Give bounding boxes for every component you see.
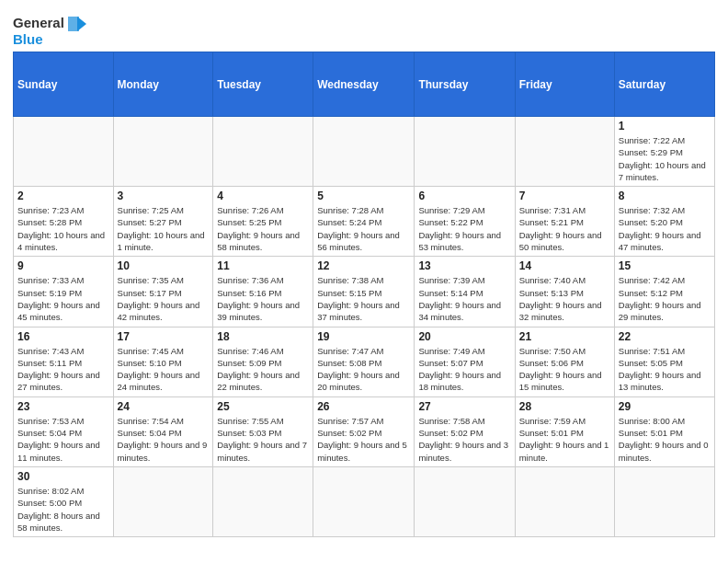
day-number: 3 xyxy=(118,190,210,202)
calendar-cell: 14Sunrise: 7:40 AMSunset: 5:13 PMDayligh… xyxy=(515,257,614,327)
page-header: GeneralBlue xyxy=(13,9,715,48)
day-info: Sunrise: 7:36 AMSunset: 5:16 PMDaylight:… xyxy=(217,274,309,323)
day-info: Sunrise: 7:33 AMSunset: 5:19 PMDaylight:… xyxy=(17,274,109,323)
weekday-header-saturday: Saturday xyxy=(614,52,714,117)
calendar-cell: 23Sunrise: 7:53 AMSunset: 5:04 PMDayligh… xyxy=(14,396,114,466)
calendar-cell xyxy=(213,117,313,187)
day-info: Sunrise: 7:26 AMSunset: 5:25 PMDaylight:… xyxy=(217,204,309,253)
day-info: Sunrise: 7:42 AMSunset: 5:12 PMDaylight:… xyxy=(619,274,711,323)
calendar-cell: 8Sunrise: 7:32 AMSunset: 5:20 PMDaylight… xyxy=(614,187,714,257)
calendar-cell: 29Sunrise: 8:00 AMSunset: 5:01 PMDayligh… xyxy=(614,396,714,466)
day-number: 23 xyxy=(17,400,109,413)
calendar-cell: 28Sunrise: 7:59 AMSunset: 5:01 PMDayligh… xyxy=(515,396,614,466)
day-number: 12 xyxy=(317,259,410,272)
day-info: Sunrise: 7:50 AMSunset: 5:06 PMDaylight:… xyxy=(519,345,610,394)
day-info: Sunrise: 7:40 AMSunset: 5:13 PMDaylight:… xyxy=(519,274,610,323)
day-info: Sunrise: 7:53 AMSunset: 5:04 PMDaylight:… xyxy=(17,415,109,464)
day-info: Sunrise: 7:28 AMSunset: 5:24 PMDaylight:… xyxy=(317,204,410,253)
calendar-cell: 25Sunrise: 7:55 AMSunset: 5:03 PMDayligh… xyxy=(213,396,313,466)
day-info: Sunrise: 7:47 AMSunset: 5:08 PMDaylight:… xyxy=(317,345,410,394)
day-number: 25 xyxy=(217,400,309,413)
day-number: 5 xyxy=(317,190,410,202)
day-info: Sunrise: 7:49 AMSunset: 5:07 PMDaylight:… xyxy=(418,345,510,394)
calendar-table: SundayMondayTuesdayWednesdayThursdayFrid… xyxy=(13,52,715,537)
calendar-cell: 9Sunrise: 7:33 AMSunset: 5:19 PMDaylight… xyxy=(14,257,114,327)
logo: GeneralBlue xyxy=(13,13,86,48)
calendar-cell: 11Sunrise: 7:36 AMSunset: 5:16 PMDayligh… xyxy=(213,257,313,327)
day-info: Sunrise: 7:29 AMSunset: 5:22 PMDaylight:… xyxy=(418,204,510,253)
day-info: Sunrise: 7:35 AMSunset: 5:17 PMDaylight:… xyxy=(118,274,210,323)
day-info: Sunrise: 7:38 AMSunset: 5:15 PMDaylight:… xyxy=(317,274,410,323)
calendar-cell: 27Sunrise: 7:58 AMSunset: 5:02 PMDayligh… xyxy=(415,396,515,466)
day-info: Sunrise: 7:51 AMSunset: 5:05 PMDaylight:… xyxy=(619,345,711,394)
calendar-cell: 6Sunrise: 7:29 AMSunset: 5:22 PMDaylight… xyxy=(415,187,515,257)
weekday-header-wednesday: Wednesday xyxy=(313,52,415,117)
day-info: Sunrise: 7:54 AMSunset: 5:04 PMDaylight:… xyxy=(118,415,210,464)
day-info: Sunrise: 7:31 AMSunset: 5:21 PMDaylight:… xyxy=(519,204,610,253)
day-number: 8 xyxy=(619,190,711,202)
weekday-header-tuesday: Tuesday xyxy=(213,52,313,117)
calendar-cell: 10Sunrise: 7:35 AMSunset: 5:17 PMDayligh… xyxy=(113,257,213,327)
calendar-cell: 21Sunrise: 7:50 AMSunset: 5:06 PMDayligh… xyxy=(515,327,614,396)
day-info: Sunrise: 7:58 AMSunset: 5:02 PMDaylight:… xyxy=(418,415,510,464)
calendar-cell xyxy=(313,117,415,187)
day-number: 19 xyxy=(317,330,410,343)
weekday-header-friday: Friday xyxy=(515,52,614,117)
calendar-cell: 16Sunrise: 7:43 AMSunset: 5:11 PMDayligh… xyxy=(14,327,114,396)
calendar-cell xyxy=(614,466,714,536)
day-number: 16 xyxy=(17,330,109,343)
day-number: 10 xyxy=(118,259,210,272)
calendar-week-5: 23Sunrise: 7:53 AMSunset: 5:04 PMDayligh… xyxy=(14,396,715,466)
day-info: Sunrise: 7:55 AMSunset: 5:03 PMDaylight:… xyxy=(217,415,309,464)
day-number: 9 xyxy=(17,259,109,272)
calendar-cell xyxy=(415,117,515,187)
weekday-header-row: SundayMondayTuesdayWednesdayThursdayFrid… xyxy=(14,52,715,117)
calendar-cell xyxy=(113,466,213,536)
svg-text:General: General xyxy=(13,15,64,30)
svg-text:Blue: Blue xyxy=(13,31,43,47)
calendar-cell: 20Sunrise: 7:49 AMSunset: 5:07 PMDayligh… xyxy=(415,327,515,396)
day-number: 1 xyxy=(619,120,711,132)
day-number: 22 xyxy=(619,330,711,343)
calendar-cell: 4Sunrise: 7:26 AMSunset: 5:25 PMDaylight… xyxy=(213,187,313,257)
calendar-cell: 22Sunrise: 7:51 AMSunset: 5:05 PMDayligh… xyxy=(614,327,714,396)
day-number: 17 xyxy=(118,330,210,343)
calendar-cell: 24Sunrise: 7:54 AMSunset: 5:04 PMDayligh… xyxy=(113,396,213,466)
calendar-cell xyxy=(415,466,515,536)
calendar-cell xyxy=(113,117,213,187)
weekday-header-thursday: Thursday xyxy=(415,52,515,117)
day-info: Sunrise: 7:59 AMSunset: 5:01 PMDaylight:… xyxy=(519,415,610,464)
day-info: Sunrise: 7:32 AMSunset: 5:20 PMDaylight:… xyxy=(619,204,711,253)
calendar-week-3: 9Sunrise: 7:33 AMSunset: 5:19 PMDaylight… xyxy=(14,257,715,327)
day-number: 2 xyxy=(17,190,109,202)
day-number: 6 xyxy=(418,190,510,202)
day-number: 24 xyxy=(118,400,210,413)
day-number: 27 xyxy=(418,400,510,413)
day-info: Sunrise: 7:25 AMSunset: 5:27 PMDaylight:… xyxy=(118,204,210,253)
calendar-cell: 5Sunrise: 7:28 AMSunset: 5:24 PMDaylight… xyxy=(313,187,415,257)
day-number: 7 xyxy=(519,190,610,202)
calendar-week-6: 30Sunrise: 8:02 AMSunset: 5:00 PMDayligh… xyxy=(14,466,715,536)
day-info: Sunrise: 7:57 AMSunset: 5:02 PMDaylight:… xyxy=(317,415,410,464)
day-info: Sunrise: 7:23 AMSunset: 5:28 PMDaylight:… xyxy=(17,204,109,253)
day-number: 18 xyxy=(217,330,309,343)
calendar-cell: 13Sunrise: 7:39 AMSunset: 5:14 PMDayligh… xyxy=(415,257,515,327)
calendar-cell xyxy=(515,117,614,187)
day-info: Sunrise: 7:43 AMSunset: 5:11 PMDaylight:… xyxy=(17,345,109,394)
calendar-week-1: 1Sunrise: 7:22 AMSunset: 5:29 PMDaylight… xyxy=(14,117,715,187)
day-info: Sunrise: 7:45 AMSunset: 5:10 PMDaylight:… xyxy=(118,345,210,394)
weekday-header-monday: Monday xyxy=(113,52,213,117)
day-number: 21 xyxy=(519,330,610,343)
calendar-cell xyxy=(515,466,614,536)
calendar-cell: 7Sunrise: 7:31 AMSunset: 5:21 PMDaylight… xyxy=(515,187,614,257)
day-number: 20 xyxy=(418,330,510,343)
calendar-cell: 26Sunrise: 7:57 AMSunset: 5:02 PMDayligh… xyxy=(313,396,415,466)
day-number: 26 xyxy=(317,400,410,413)
day-number: 11 xyxy=(217,259,309,272)
day-info: Sunrise: 7:22 AMSunset: 5:29 PMDaylight:… xyxy=(619,134,711,183)
calendar-cell: 3Sunrise: 7:25 AMSunset: 5:27 PMDaylight… xyxy=(113,187,213,257)
calendar-cell xyxy=(14,117,114,187)
day-number: 30 xyxy=(17,470,109,483)
calendar-cell: 19Sunrise: 7:47 AMSunset: 5:08 PMDayligh… xyxy=(313,327,415,396)
day-number: 15 xyxy=(619,259,711,272)
